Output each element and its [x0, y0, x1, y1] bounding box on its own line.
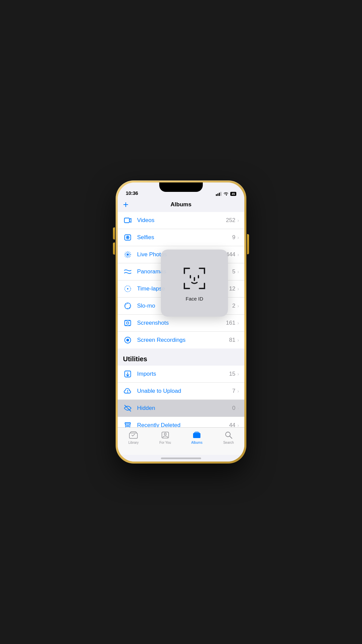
svg-line-18 [126, 304, 126, 305]
item-label: Imports [137, 371, 229, 377]
svg-point-7 [127, 237, 128, 238]
svg-rect-2 [219, 193, 220, 196]
item-label: Screen Recordings [137, 337, 229, 343]
item-count: 9 [232, 234, 235, 241]
add-album-button[interactable]: + [123, 200, 128, 209]
item-count: 44 [229, 422, 235, 427]
item-count: 161 [226, 320, 235, 326]
svg-rect-38 [195, 431, 198, 432]
battery-level: 45 [230, 192, 236, 196]
search-tab-icon [224, 430, 233, 440]
svg-rect-0 [216, 194, 217, 196]
library-tab-label: Library [128, 441, 139, 444]
svg-rect-26 [125, 423, 130, 424]
chevron-icon: › [237, 423, 239, 427]
status-icons: 45 [216, 192, 236, 196]
item-label: Hidden [137, 405, 232, 412]
library-tab-icon [129, 430, 138, 440]
chevron-icon: › [237, 371, 239, 377]
item-label: Recently Deleted [137, 422, 229, 427]
chevron-icon: › [237, 218, 239, 223]
search-tab-label: Search [223, 441, 234, 444]
nav-header: + Albums [118, 197, 244, 212]
item-label: Screenshots [137, 320, 226, 326]
albums-tab-label: Albums [191, 441, 202, 444]
slomo-icon [123, 301, 132, 311]
item-count: 2 [232, 303, 235, 309]
recently-deleted-icon [123, 421, 132, 427]
notch [159, 182, 203, 192]
face-id-icon [181, 265, 208, 292]
item-label: Unable to Upload [137, 388, 232, 394]
chevron-icon: › [237, 320, 239, 326]
videos-icon [123, 216, 132, 225]
phone-frame: 10:36 45 + Albums [116, 180, 246, 464]
timelapse-icon [123, 284, 132, 293]
status-time: 10:36 [126, 190, 138, 196]
page-title: Albums [171, 201, 191, 208]
selfies-icon [123, 233, 132, 242]
tab-bar: Library For You [118, 427, 244, 455]
svg-rect-20 [125, 320, 131, 326]
item-count: 15 [229, 371, 235, 377]
for-you-tab-icon [161, 430, 170, 440]
item-label: Videos [137, 217, 226, 224]
svg-point-35 [164, 433, 166, 435]
list-item[interactable]: Hidden 0 › [118, 400, 244, 417]
svg-point-8 [127, 254, 129, 256]
home-bar [161, 458, 201, 459]
chevron-icon: › [237, 252, 239, 257]
wifi-icon [223, 192, 229, 196]
tab-albums[interactable]: Albums [181, 430, 213, 444]
chevron-icon: › [237, 286, 239, 291]
signal-icon [216, 192, 222, 196]
chevron-icon: › [237, 235, 239, 240]
item-count: 81 [229, 337, 235, 343]
volume-up-button[interactable] [113, 227, 115, 239]
chevron-icon: › [237, 406, 239, 411]
list-item[interactable]: Unable to Upload 7 › [118, 383, 244, 400]
tab-library[interactable]: Library [118, 430, 149, 444]
imports-icon [123, 369, 132, 379]
item-label: Selfies [137, 234, 232, 241]
item-count: 7 [232, 388, 235, 394]
screen-recordings-icon [123, 335, 132, 345]
tab-search[interactable]: Search [213, 430, 245, 444]
unable-upload-icon [123, 386, 132, 396]
list-item[interactable]: Recently Deleted 44 › [118, 417, 244, 427]
svg-rect-1 [217, 194, 218, 196]
home-indicator [118, 455, 244, 462]
list-item[interactable]: Screenshots 161 › [118, 315, 244, 332]
item-count: 5 [232, 268, 235, 275]
svg-line-19 [129, 307, 130, 308]
utilities-section-header: Utilities [118, 348, 244, 366]
live-photos-icon [123, 250, 132, 259]
tab-for-you[interactable]: For You [149, 430, 181, 444]
list-item[interactable]: Selfies 9 › [118, 229, 244, 246]
phone-screen: 10:36 45 + Albums [118, 182, 244, 462]
list-item[interactable]: Videos 252 › [118, 212, 244, 229]
item-count: 0 [232, 405, 235, 412]
volume-down-button[interactable] [113, 243, 115, 255]
svg-line-40 [230, 436, 232, 438]
svg-rect-3 [220, 192, 221, 196]
item-count: 12 [229, 285, 235, 292]
chevron-icon: › [237, 303, 239, 309]
hidden-icon [123, 404, 132, 413]
power-button[interactable] [247, 234, 249, 254]
svg-rect-36 [193, 433, 200, 438]
item-count: 252 [226, 217, 235, 224]
svg-point-23 [126, 339, 129, 341]
panoramas-icon [123, 267, 132, 276]
chevron-icon: › [237, 388, 239, 394]
for-you-tab-label: For You [160, 441, 171, 444]
chevron-icon: › [237, 269, 239, 274]
face-id-overlay: Face ID [161, 250, 228, 317]
face-id-label: Face ID [186, 296, 203, 302]
albums-scroll-area[interactable]: Videos 252 › Selfies 9 › [118, 212, 244, 427]
list-item[interactable]: Screen Recordings 81 › [118, 332, 244, 348]
screenshots-icon [123, 318, 132, 328]
albums-tab-icon [192, 430, 201, 440]
list-item[interactable]: Imports 15 › [118, 366, 244, 383]
svg-point-12 [127, 288, 128, 289]
